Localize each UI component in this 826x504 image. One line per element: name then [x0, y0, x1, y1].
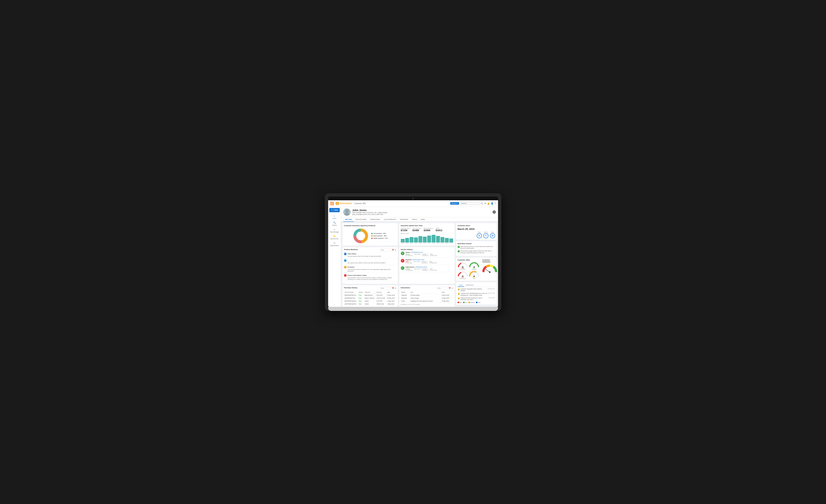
gauge-grid: High Churn Risk	[458, 262, 479, 279]
spend-card: Insurance Spend Over Time Total Purchase…	[399, 223, 455, 246]
service-status-0: Closed	[406, 254, 413, 255]
alert-bell-icon-1: 🔔	[458, 293, 460, 295]
sidebar-item-label-task: Task Manager	[330, 231, 339, 233]
bar-segment	[449, 239, 453, 243]
table-row: Webchat Order change 31 Mar 2021	[401, 297, 453, 300]
cell-amount: 0.00 USD	[376, 300, 387, 303]
search-input[interactable]	[460, 202, 480, 205]
sidebar-item-task-manager[interactable]: ✓ Task Manager	[329, 227, 341, 234]
user-icon[interactable]: 👤	[491, 202, 493, 205]
customer-value-section: Customer Value	[458, 259, 479, 279]
service-id-1: SERREQ0012459	[412, 259, 424, 260]
nba-text-1: Recommend usage-based insurance as the u…	[461, 250, 495, 254]
credit-score-label: Credit Score	[459, 278, 466, 279]
nav-icons: ✉ 🔔 👤 ?	[484, 202, 496, 205]
tab-relationships[interactable]: Relationships	[368, 217, 382, 222]
days-counter: Days 16	[490, 232, 495, 238]
cell-status: Paid	[358, 294, 364, 297]
search-group: Person ▾ 🔍	[450, 202, 483, 205]
interactions-settings-icon[interactable]: ⚙	[452, 287, 453, 289]
bar-label: Apr	[415, 243, 417, 244]
sidebar-bottom: «	[328, 303, 341, 307]
close-button[interactable]: ✕	[492, 210, 496, 214]
purchase-settings-icon[interactable]: ⚙	[395, 287, 396, 289]
svg-point-14	[489, 271, 490, 273]
mentions-title: Product Mentions	[344, 249, 358, 250]
cell-status: Paid	[358, 303, 364, 305]
service-date-2: 12 Jun 2021	[430, 269, 437, 271]
years-counter: Years 6	[477, 232, 482, 238]
bar-segment	[410, 237, 413, 243]
bar-col: Jan	[401, 239, 405, 244]
tab-notifications[interactable]: Notifications	[464, 284, 475, 287]
content-area: John Jones 805 Pamplico Hwy, Florence, S…	[341, 207, 498, 307]
right-panel: Customer Since March 25, 2015 Years 6 Mo…	[456, 223, 496, 307]
task-icon: ✓	[334, 228, 335, 231]
sidebar-item-search[interactable]: 🔍 Search	[329, 220, 341, 227]
alert-bell-icon-0: 🔔	[458, 288, 460, 290]
tab-tasks[interactable]: Tasks	[419, 217, 427, 222]
bar-col: Feb	[405, 238, 409, 244]
cell-text: Pricing enquiry	[410, 294, 441, 297]
bar-segment	[445, 238, 449, 243]
purchase-find-input[interactable]	[380, 287, 391, 290]
bar-col: Jun	[423, 237, 427, 244]
main-layout: ＋ + New ⌂ Home 🔍 Search ✓	[328, 207, 498, 307]
alert-item-0: 🔔 Customer requested home address change…	[458, 288, 495, 292]
tab-cross-reference[interactable]: Cross Reference	[382, 217, 398, 222]
service-icon-1: P	[401, 259, 404, 263]
alerts-card: Alerts Notifications 🔔 Customer requeste…	[456, 282, 496, 305]
mention-header-0: ✉ Claim Status	[344, 253, 396, 255]
sidebar-item-my-records[interactable]: 📁 My Records	[329, 234, 341, 241]
customer-sentiment-section: Customer Sentiment	[481, 259, 497, 279]
service-priority-0: U	[427, 254, 428, 255]
app-grid-icon[interactable]	[330, 202, 334, 205]
service-when-2: on Unknown	[406, 269, 413, 271]
mention-icon-1: 🐦	[344, 259, 347, 262]
help-icon[interactable]: ?	[494, 202, 496, 204]
bar-label: Feb	[406, 243, 408, 244]
tab-history[interactable]: History	[410, 217, 419, 222]
collapse-icon[interactable]: «	[334, 304, 335, 306]
legend-medium: Medium	[468, 302, 475, 303]
credit-score-svg	[458, 271, 468, 277]
interactions-table: Media Text Date Webchat Pricing enquiry …	[401, 291, 453, 303]
calendar-icon[interactable]: 📅	[392, 249, 394, 251]
mention-item-0: ✉ Claim Status Can you please email me t…	[344, 253, 396, 258]
purchase-history-card: Purchase History 📅 ⚙ Ord	[343, 286, 398, 307]
mentions-find-input[interactable]	[380, 249, 391, 251]
svg-point-3	[345, 209, 349, 213]
interactions-find-input[interactable]	[437, 287, 448, 290]
mentions-card-header: Product Mentions 📅 ⚙	[344, 249, 396, 252]
person-selector[interactable]: Person ▾	[450, 202, 459, 205]
tab-hierarchies[interactable]: Hierarchies	[398, 217, 410, 222]
spend-card-title: Insurance Spend Over Time	[401, 225, 453, 227]
sidebar-item-segmentation[interactable]: ⬡ Segmentation	[329, 241, 341, 247]
nba-item-0: ✓ Offer bundle discount on home and auto…	[458, 246, 495, 249]
legend-map: MAP	[476, 302, 481, 303]
new-button[interactable]: ＋ + New	[329, 208, 340, 212]
bar-segment	[414, 237, 418, 243]
tab-alerts[interactable]: Alerts	[458, 284, 464, 287]
purchase-calendar-icon[interactable]: 📅	[392, 287, 394, 289]
sidebar-item-label-home: Home	[333, 217, 336, 219]
search-icon[interactable]: 🔍	[481, 202, 483, 204]
cell-media: Webchat	[401, 297, 410, 300]
table-row: BEAPEWPQ87411 Paid Bank Branch 0.00 USD …	[344, 294, 396, 297]
service-status-2: Closed	[406, 268, 413, 269]
service-id-2: SERREQ0012458	[415, 266, 427, 268]
table-row: Webchat Pricing enquiry 23 Mar 2021	[401, 294, 453, 297]
home-icon: ⌂	[334, 214, 335, 217]
bar-col: Aug	[432, 235, 435, 244]
interactions-calendar-icon[interactable]: 📅	[449, 287, 451, 289]
sidebar-item-home[interactable]: ⌂ Home	[329, 214, 341, 220]
tab-record-details[interactable]: Record Details	[354, 217, 368, 222]
sidebar: ＋ + New ⌂ Home 🔍 Search ✓	[328, 207, 341, 307]
segment-icon: ⬡	[334, 242, 335, 244]
settings-icon[interactable]: ⚙	[395, 249, 396, 251]
potential-svg	[469, 262, 479, 267]
bell-icon[interactable]: 🔔	[487, 202, 490, 205]
tab-360-view[interactable]: 360 View	[343, 217, 354, 222]
service-type-0: Orders	[406, 252, 410, 253]
email-icon[interactable]: ✉	[484, 202, 486, 205]
